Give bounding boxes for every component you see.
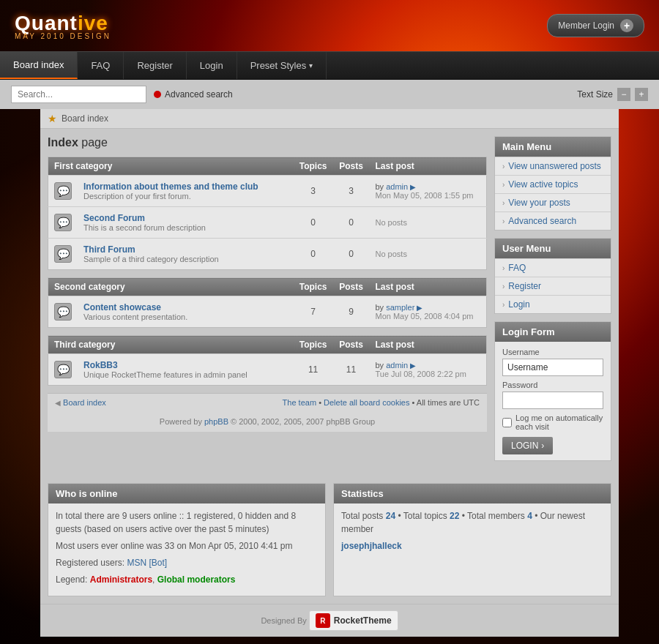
mod-legend-label: Global moderators — [157, 574, 236, 585]
post-author-link[interactable]: admin — [386, 182, 408, 191]
forum-icon-cell: 💬 — [48, 296, 78, 328]
post-author-link[interactable]: admin — [386, 361, 408, 370]
total-members-value[interactable]: 4 — [527, 511, 532, 521]
main-menu-box: Main Menu › View unanswered posts › View… — [494, 136, 611, 231]
login-submit-button[interactable]: LOGIN › — [502, 437, 553, 454]
view-post-icon[interactable]: ▶ — [410, 183, 416, 191]
forum-posts: 0 — [333, 207, 370, 239]
statistics-content: Total posts 24 • Total topics 22 • Total… — [334, 503, 611, 562]
forum-lastpost: No posts — [370, 207, 487, 239]
text-size-decrease-button[interactable]: − — [617, 88, 630, 101]
footer-nav: ◀ Board index The team • Delete all boar… — [48, 393, 487, 411]
text-size-increase-button[interactable]: + — [635, 88, 648, 101]
username-input[interactable] — [502, 359, 603, 376]
username-label: Username — [502, 348, 603, 356]
forum-topics: 11 — [294, 354, 333, 386]
the-team-link[interactable]: The team — [283, 398, 316, 407]
forum-name-link[interactable]: Information about themes and theme club — [83, 181, 288, 192]
sidebar-item-label: View your posts — [508, 198, 570, 208]
sidebar-item-register[interactable]: › Register — [495, 277, 611, 295]
sidebar-item-login[interactable]: › Login — [495, 295, 611, 313]
scroll-to-top-bar: Scroll To Top [ Reset Settings ] — [0, 637, 659, 644]
forum-topics: 7 — [294, 296, 333, 328]
nav-item-login[interactable]: Login — [187, 52, 237, 79]
sidebar-item-faq[interactable]: › FAQ — [495, 258, 611, 277]
delete-cookies-link[interactable]: Delete all board cookies — [324, 398, 409, 407]
nav-item-faq[interactable]: FAQ — [78, 52, 124, 79]
registered-user-link[interactable]: MSN [Bot] — [127, 558, 167, 568]
forum-name-link[interactable]: Second Forum — [83, 213, 288, 223]
sidebar-item-advanced-search[interactable]: › Advanced search — [495, 211, 611, 230]
nav-item-preset-styles[interactable]: Preset Styles ▾ — [237, 52, 327, 79]
member-login-button[interactable]: Member Login + — [547, 14, 644, 37]
footer-board-index: ◀ Board index — [55, 398, 106, 407]
forum-topics: 3 — [294, 176, 333, 207]
table-row: 💬 RokBB3 Unique RocketTheme features in … — [48, 354, 487, 386]
col-topics-third: Topics — [294, 336, 333, 354]
sidebar-item-unanswered[interactable]: › View unanswered posts — [495, 157, 611, 175]
post-date: Tue Jul 08, 2008 2:22 pm — [376, 370, 466, 378]
advanced-search-link[interactable]: Advanced search — [154, 89, 233, 100]
user-menu-box: User Menu › FAQ › Register › Login — [494, 238, 611, 314]
view-post-icon[interactable]: ▶ — [417, 304, 422, 312]
password-input[interactable] — [502, 392, 603, 409]
col-lastpost-first: Last post — [370, 157, 487, 176]
post-by: by admin ▶ — [376, 361, 417, 370]
sidebar-item-label: View unanswered posts — [508, 161, 601, 171]
designed-by-bar: Designed By R RocketTheme — [40, 604, 619, 637]
footer-board-index-link[interactable]: Board index — [63, 398, 106, 407]
forum-name-link[interactable]: RokBB3 — [83, 360, 288, 370]
statistics-box: Statistics Total posts 24 • Total topics… — [333, 483, 611, 596]
sidebar-item-your-posts[interactable]: › View your posts — [495, 193, 611, 211]
stats-row: Total posts 24 • Total topics 22 • Total… — [341, 509, 603, 536]
logo: Quantive MAY 2010 DESIGN — [15, 12, 111, 40]
forum-name-link[interactable]: Content showcase — [83, 302, 288, 312]
post-author-link[interactable]: sampler — [386, 303, 414, 312]
nav-item-register[interactable]: Register — [124, 52, 186, 79]
category-header-second: Second category — [48, 278, 294, 296]
admin-legend-label: Administrators — [90, 574, 152, 585]
remember-me-row: Log me on automatically each visit — [502, 413, 603, 431]
forum-lastpost: No posts — [370, 239, 487, 270]
col-posts-first: Posts — [333, 157, 370, 176]
total-topics-value[interactable]: 22 — [450, 511, 459, 521]
search-input[interactable] — [11, 86, 146, 103]
total-posts-value[interactable]: 24 — [386, 511, 395, 521]
rt-logo-icon: R — [316, 613, 330, 628]
category-header-third: Third category — [48, 336, 294, 354]
designed-by-label: Designed By — [261, 616, 308, 625]
sidebar-item-label: Advanced search — [508, 216, 576, 226]
newest-member-link[interactable]: josephjhalleck — [341, 541, 402, 551]
chevron-right-icon: › — [502, 217, 505, 225]
remember-me-checkbox[interactable] — [502, 418, 512, 427]
content-area: Index page First category Topics Posts L… — [40, 129, 619, 476]
advanced-search-label: Advanced search — [165, 89, 233, 100]
category-header-first: First category — [48, 157, 294, 176]
forum-name-link[interactable]: Third Forum — [83, 244, 288, 255]
forum-icon: 💬 — [54, 214, 72, 231]
nav-item-board-index[interactable]: Board index — [0, 52, 78, 79]
forum-posts: 3 — [333, 176, 370, 207]
forum-icon-cell: 💬 — [48, 239, 78, 270]
phpbb-link[interactable]: phpBB — [204, 417, 228, 426]
login-form-content: Username Password Log me on automaticall… — [495, 342, 611, 460]
plus-icon: + — [620, 19, 633, 32]
forum-icon-cell: 💬 — [48, 354, 78, 386]
chevron-right-icon: › — [502, 199, 505, 207]
breadcrumb-link[interactable]: Board index — [62, 113, 108, 124]
forum-icon: 💬 — [54, 303, 72, 321]
legend-row: Legend: Administrators, Global moderator… — [56, 573, 318, 586]
sidebar-item-active-topics[interactable]: › View active topics — [495, 175, 611, 193]
table-row: 💬 Second Forum This is a second forum de… — [48, 207, 487, 239]
forum-info-cell: Second Forum This is a second forum desc… — [78, 207, 294, 239]
chevron-down-icon: ▾ — [309, 61, 313, 70]
forum-desc: Various content presentation. — [83, 312, 288, 321]
login-form-box: Login Form Username Password Log me on a… — [494, 321, 611, 461]
newest-member-row: josephjhalleck — [341, 539, 603, 553]
rockettheme-logo[interactable]: R RocketTheme — [309, 610, 398, 631]
main-content: Index page First category Topics Posts L… — [48, 136, 487, 432]
logo-subtitle: MAY 2010 DESIGN — [15, 32, 111, 40]
forum-desc: Unique RocketTheme features in admin pan… — [83, 370, 288, 379]
forum-icon: 💬 — [54, 361, 72, 378]
view-post-icon[interactable]: ▶ — [410, 362, 416, 370]
